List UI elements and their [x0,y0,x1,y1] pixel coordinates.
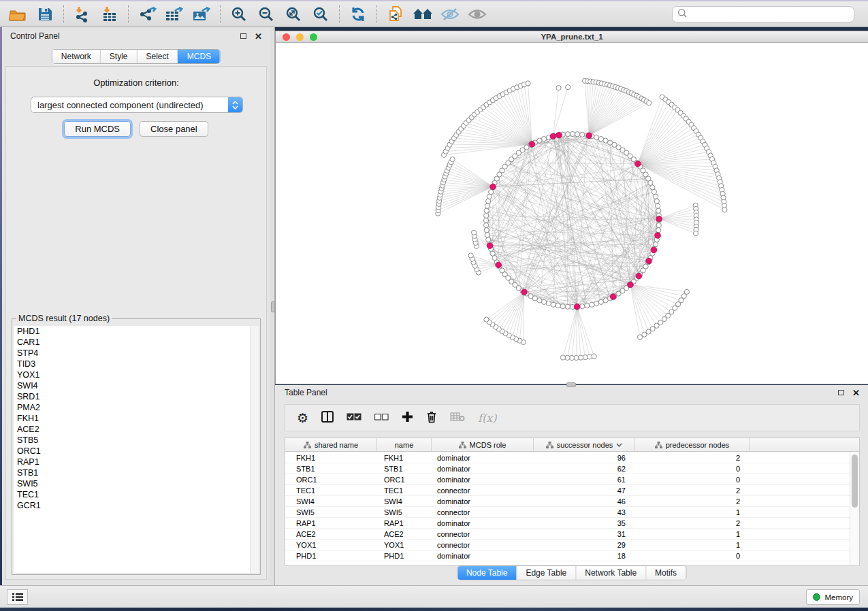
result-node-item[interactable]: GCR1 [14,500,259,511]
select-stepper-icon [228,97,242,112]
column-header-shared-name[interactable]: shared name [285,438,377,451]
function-builder-icon[interactable]: f(x) [478,412,496,425]
result-node-item[interactable]: SWI5 [14,478,259,489]
table-row[interactable]: ORC1ORC1dominator610 [285,474,850,485]
table-cell: STB1 [377,465,432,473]
mcds-result-list[interactable]: PHD1CAR1STP4TID3YOX1SWI4SRD1PMA2FKH1ACE2… [14,326,259,573]
run-mcds-button[interactable]: Run MCDS [64,121,131,137]
table-settings-icon[interactable]: ⚙ [297,412,308,425]
table-row[interactable]: ACE2ACE2connector311 [285,529,850,540]
result-node-item[interactable]: RAP1 [14,457,259,467]
table-cell: 18 [534,552,635,560]
add-column-icon[interactable] [402,411,413,425]
table-cell: dominator [432,476,534,484]
close-panel-button[interactable]: Close panel [140,121,208,137]
result-node-item[interactable]: ACE2 [14,424,259,435]
result-node-item[interactable]: CAR1 [14,337,259,348]
result-node-item[interactable]: ORC1 [14,446,259,457]
horizontal-splitter-handle[interactable] [566,382,576,387]
search-field[interactable] [672,6,854,22]
table-row[interactable]: PHD1PHD1dominator180 [285,550,850,561]
network-graph-canvas[interactable] [276,43,867,384]
tab-network[interactable]: Network [52,50,100,63]
result-node-item[interactable]: FKH1 [14,413,259,424]
import-table-icon[interactable] [96,3,123,25]
export-network-icon[interactable] [133,3,161,25]
column-header-label: successor nodes [557,441,613,449]
tab-motifs[interactable]: Motifs [645,566,686,580]
optimization-criterion-select[interactable]: largest connected component (undirected) [31,97,243,113]
result-list-scrollbar[interactable] [250,326,259,573]
zoom-in-icon[interactable] [225,3,253,25]
tab-network-table[interactable]: Network Table [575,566,645,580]
task-history-button[interactable] [7,589,28,605]
minimize-window-icon[interactable] [296,33,304,41]
float-window-icon[interactable] [240,33,246,39]
scrollbar-thumb[interactable] [852,455,858,508]
result-node-item[interactable]: PMA2 [14,402,259,413]
deselect-all-rows-icon[interactable] [374,413,389,423]
table-cell: dominator [432,454,534,462]
import-network-icon[interactable] [69,3,96,25]
column-header-predecessor-nodes[interactable]: predecessor nodes [635,438,750,451]
table-cell: STB1 [285,465,377,473]
close-panel-icon[interactable]: ✕ [852,389,860,397]
mcds-button-row: Run MCDS Close panel [6,121,266,137]
result-node-item[interactable]: TID3 [14,359,259,369]
tab-node-table[interactable]: Node Table [457,566,517,580]
node-table-scrollbar[interactable] [850,452,859,565]
search-input[interactable] [688,9,849,20]
result-node-item[interactable]: STP4 [14,348,259,359]
zoom-out-icon[interactable] [253,3,280,25]
tab-mcds[interactable]: MCDS [178,50,220,63]
result-node-item[interactable]: TEC1 [14,489,259,500]
result-node-item[interactable]: STB1 [14,467,259,478]
network-view-window[interactable]: YPA_prune.txt_1 [275,31,868,384]
table-cell: ACE2 [285,530,377,538]
tab-style[interactable]: Style [100,50,137,63]
export-table-icon[interactable] [161,3,188,25]
column-header-MCDS-role[interactable]: MCDS role [432,438,534,451]
close-panel-icon[interactable]: ✕ [255,32,262,41]
table-row[interactable]: SWI4SWI4dominator462 [285,496,850,507]
show-all-icon[interactable] [464,3,491,25]
zoom-fit-icon[interactable] [280,3,307,25]
node-table[interactable]: shared namenameMCDS rolesuccessor nodesp… [285,437,860,566]
result-node-item[interactable]: YOX1 [14,369,259,380]
table-row[interactable]: STB1STB1dominator620 [285,463,850,474]
table-cell: ORC1 [285,476,377,484]
float-window-icon[interactable] [838,390,844,395]
delete-column-icon[interactable] [426,411,437,425]
table-row[interactable]: YOX1YOX1connector291 [285,540,850,550]
tab-select[interactable]: Select [137,50,178,63]
result-node-item[interactable]: SWI4 [14,380,259,391]
zoom-selected-icon[interactable] [307,3,334,25]
refresh-view-icon[interactable] [344,3,372,25]
table-cell: 35 [534,519,635,527]
maximize-window-icon[interactable] [310,33,317,41]
delete-table-icon[interactable] [450,412,465,424]
network-window-titlebar[interactable]: YPA_prune.txt_1 [276,31,868,43]
result-node-item[interactable]: PHD1 [14,326,259,337]
tab-edge-table[interactable]: Edge Table [516,566,575,580]
column-header-successor-nodes[interactable]: successor nodes [534,438,635,451]
open-file-icon[interactable] [4,3,31,25]
result-node-item[interactable]: SRD1 [14,391,259,402]
copy-network-icon[interactable] [382,3,409,25]
close-window-icon[interactable] [283,33,290,41]
first-neighbors-icon[interactable] [409,3,436,25]
table-row[interactable]: SWI5SWI5connector431 [285,507,850,518]
optimization-criterion-label: Optimization criterion: [6,78,266,88]
save-session-icon[interactable] [31,3,59,25]
column-visibility-icon[interactable] [321,411,334,425]
hide-selected-icon[interactable] [436,3,464,25]
table-cell: 2 [635,454,750,462]
table-row[interactable]: TEC1TEC1connector472 [285,485,850,496]
export-image-icon[interactable] [188,3,215,25]
column-header-name[interactable]: name [377,438,432,451]
table-row[interactable]: RAP1RAP1dominator352 [285,518,850,529]
table-row[interactable]: FKH1FKH1dominator962 [285,452,850,463]
memory-button[interactable]: Memory [806,589,860,605]
result-node-item[interactable]: STB5 [14,435,259,446]
select-all-rows-icon[interactable] [347,413,361,423]
